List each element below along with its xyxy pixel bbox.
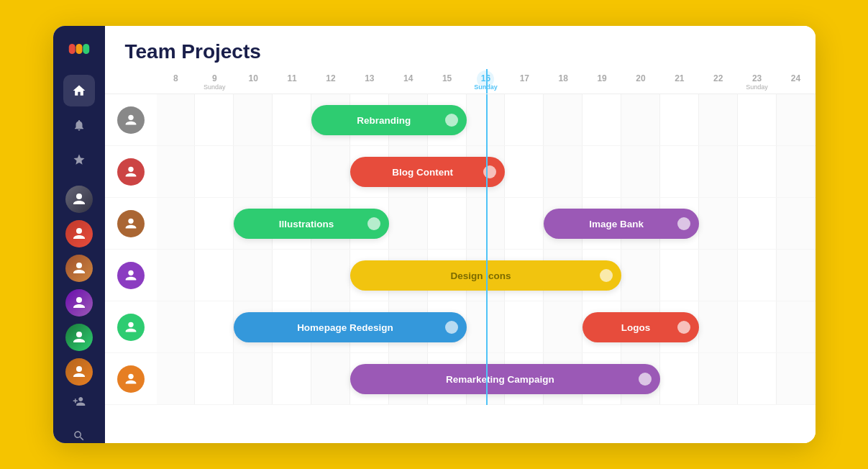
- avatar-6[interactable]: [65, 358, 93, 386]
- bar-label-homepage-redesign: Homepage Redesign: [287, 322, 414, 333]
- row-avatar-0[interactable]: [117, 106, 145, 134]
- svg-point-7: [76, 332, 82, 337]
- svg-rect-2: [83, 44, 89, 54]
- bar-label-logos: Logos: [611, 322, 671, 333]
- bar-image-bank[interactable]: Image Bank: [544, 209, 699, 239]
- svg-point-6: [76, 297, 82, 303]
- bar-homepage-redesign[interactable]: Homepage Redesign: [234, 312, 466, 342]
- avatar-5[interactable]: [65, 324, 93, 351]
- sidebar-item-search[interactable]: [63, 420, 95, 443]
- sidebar-item-favorites[interactable]: [63, 144, 95, 176]
- bar-label-blog-content: Blog Content: [382, 167, 473, 178]
- svg-point-9: [128, 114, 133, 119]
- row-avatar-5[interactable]: [117, 365, 145, 393]
- page-title: Team Projects: [125, 40, 261, 63]
- timeline-day-10: 10: [234, 69, 273, 94]
- row-avatar-4[interactable]: [117, 314, 145, 341]
- timeline-day-11: 11: [273, 69, 311, 94]
- gantt-rows: RebrandingBlog ContentIllustrationsImage…: [105, 94, 816, 405]
- timeline-day-12: 12: [311, 69, 350, 94]
- svg-rect-1: [76, 44, 82, 54]
- gantt-row-2: [105, 198, 816, 250]
- row-avatar-3[interactable]: [117, 262, 145, 289]
- page-header: Team Projects: [105, 26, 816, 69]
- timeline-day-21: 21: [660, 69, 699, 94]
- timeline-header: 89Sunday10111213141516Sunday171819202122…: [105, 69, 816, 94]
- bar-illustrations[interactable]: Illustrations: [234, 209, 389, 239]
- gantt-area: RebrandingBlog ContentIllustrationsImage…: [105, 94, 816, 405]
- bar-rebranding[interactable]: Rebranding: [311, 105, 467, 135]
- timeline-day-14: 14: [389, 69, 428, 94]
- sidebar-item-home[interactable]: [63, 75, 95, 106]
- svg-rect-0: [68, 44, 75, 54]
- timeline-day-23: 23Sunday: [738, 69, 777, 94]
- bar-dot-logos: [677, 321, 690, 334]
- bar-label-remarketing-campaign: Remarketing Campaign: [436, 374, 575, 385]
- sidebar-bottom-nav: [63, 386, 95, 443]
- avatar-list: [65, 186, 93, 386]
- timeline-day-8: 8: [157, 69, 196, 94]
- today-header-marker: [486, 69, 488, 94]
- timeline-day-20: 20: [621, 69, 660, 94]
- main-card: Team Projects 89Sunday10111213141516Sund…: [53, 26, 816, 443]
- bar-dot-rebranding: [445, 114, 458, 127]
- timeline-day-17: 17: [505, 69, 544, 94]
- gantt-container: 89Sunday10111213141516Sunday171819202122…: [105, 69, 816, 443]
- svg-point-13: [128, 322, 133, 327]
- bar-blog-content[interactable]: Blog Content: [350, 157, 506, 187]
- bar-dot-homepage-redesign: [445, 321, 458, 334]
- bar-remarketing-campaign[interactable]: Remarketing Campaign: [350, 364, 660, 394]
- timeline-day-24: 24: [777, 69, 816, 94]
- timeline-day-22: 22: [699, 69, 738, 94]
- bar-logos[interactable]: Logos: [583, 312, 699, 342]
- bar-label-image-bank: Image Bank: [579, 219, 664, 229]
- svg-point-10: [128, 166, 133, 171]
- main-content: Team Projects 89Sunday10111213141516Sund…: [105, 26, 816, 443]
- avatar-2[interactable]: [65, 220, 93, 247]
- timeline-day-19: 19: [583, 69, 621, 94]
- svg-point-4: [76, 228, 82, 234]
- timeline-day-13: 13: [350, 69, 389, 94]
- svg-point-11: [128, 218, 133, 223]
- bar-dot-design-icons: [600, 269, 613, 282]
- svg-point-8: [76, 366, 82, 372]
- avatar-3[interactable]: [65, 255, 93, 282]
- bar-dot-illustrations: [367, 217, 380, 230]
- bar-dot-remarketing-campaign: [639, 373, 652, 386]
- row-avatar-2[interactable]: [117, 210, 145, 237]
- bar-label-illustrations: Illustrations: [269, 219, 355, 229]
- svg-point-14: [128, 373, 133, 378]
- timeline-day-18: 18: [544, 69, 583, 94]
- avatar-1[interactable]: [65, 186, 93, 213]
- bar-dot-image-bank: [677, 217, 690, 230]
- bar-label-rebranding: Rebranding: [347, 115, 431, 126]
- svg-point-12: [128, 270, 133, 275]
- svg-point-3: [76, 193, 82, 199]
- bar-label-design-icons: Design Icons: [440, 270, 531, 281]
- sidebar-item-add-person[interactable]: [63, 386, 95, 417]
- bar-dot-blog-content: [483, 165, 496, 178]
- sidebar: [53, 26, 105, 443]
- timeline-day-9: 9Sunday: [195, 69, 234, 94]
- svg-point-5: [76, 263, 82, 268]
- sidebar-navigation: [63, 75, 95, 386]
- sidebar-item-notifications[interactable]: [63, 109, 95, 141]
- row-avatar-1[interactable]: [117, 158, 145, 186]
- bar-design-icons[interactable]: Design Icons: [350, 260, 621, 291]
- app-logo: [68, 37, 91, 63]
- timeline-day-15: 15: [428, 69, 467, 94]
- avatar-4[interactable]: [65, 289, 93, 317]
